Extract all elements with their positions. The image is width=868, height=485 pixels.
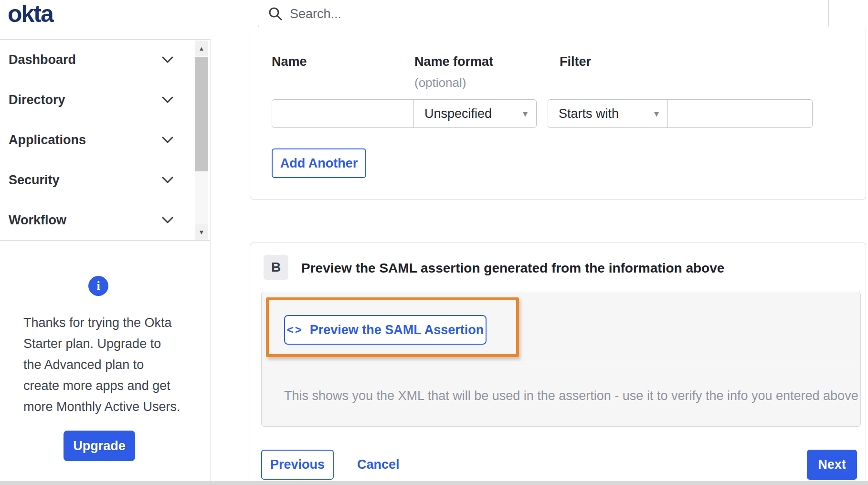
global-search[interactable]	[258, 0, 829, 29]
preview-saml-assertion-button[interactable]: <> Preview the SAML Assertion	[284, 315, 487, 345]
name-format-selected-value: Unspecified	[424, 106, 492, 121]
info-icon: i	[88, 276, 108, 296]
sidebar: Dashboard Directory Applications Securit…	[0, 39, 211, 485]
sidebar-item-label: Applications	[9, 133, 86, 148]
preview-description: This shows you the XML that will be used…	[284, 389, 858, 403]
sidebar-item-directory[interactable]: Directory	[0, 80, 210, 120]
panel-divider	[262, 365, 860, 365]
sidebar-item-applications[interactable]: Applications	[0, 120, 210, 160]
filter-type-selected-value: Starts with	[559, 106, 619, 121]
filter-column-label: Filter	[560, 54, 591, 69]
upgrade-button[interactable]: Upgrade	[64, 431, 135, 461]
scrollbar-thumb[interactable]	[195, 57, 208, 171]
name-column-label: Name	[272, 54, 307, 69]
sidebar-item-dashboard[interactable]: Dashboard	[0, 40, 210, 80]
okta-admin-console: okta Dashboard Directory Applica	[0, 0, 868, 485]
filter-value-input[interactable]	[667, 99, 813, 128]
previous-button[interactable]: Previous	[261, 450, 334, 480]
next-button[interactable]: Next	[807, 450, 857, 480]
attribute-statements-card: Name Name format (optional) Filter Unspe…	[250, 27, 866, 200]
sidebar-item-security[interactable]: Security	[0, 160, 210, 200]
bottom-edge-strip	[0, 481, 868, 485]
dropdown-arrow-icon: ▾	[523, 108, 528, 119]
preview-saml-card: B Preview the SAML assertion generated f…	[250, 242, 866, 485]
upgrade-panel: i Thanks for trying the Okta Starter pla…	[0, 241, 210, 461]
sidebar-item-label: Workflow	[9, 213, 66, 228]
name-format-optional-label: (optional)	[414, 75, 466, 90]
search-icon	[268, 6, 283, 21]
sidebar-item-label: Dashboard	[9, 53, 76, 67]
step-b-badge: B	[264, 255, 288, 280]
scroll-down-icon[interactable]: ▼	[195, 224, 208, 240]
name-format-column-label: Name format	[414, 54, 493, 69]
code-icon: <>	[287, 323, 303, 337]
attribute-name-input[interactable]	[272, 99, 414, 128]
chevron-down-icon	[161, 96, 174, 104]
filter-type-select[interactable]: Starts with ▾	[548, 99, 668, 128]
chevron-down-icon	[161, 176, 174, 184]
preview-section-heading: Preview the SAML assertion generated fro…	[301, 261, 724, 276]
okta-logo: okta	[8, 0, 53, 28]
sidebar-item-label: Security	[9, 173, 60, 188]
sidebar-scrollbar[interactable]: ▲ ▼	[195, 41, 208, 240]
chevron-down-icon	[161, 56, 174, 63]
sidebar-item-workflow[interactable]: Workflow	[0, 200, 210, 240]
chevron-down-icon	[161, 136, 174, 144]
search-input[interactable]	[290, 7, 720, 21]
add-another-button[interactable]: Add Another	[272, 148, 366, 178]
chevron-down-icon	[161, 216, 174, 224]
sidebar-item-label: Directory	[9, 93, 65, 107]
name-format-select[interactable]: Unspecified ▾	[413, 99, 537, 128]
preview-button-label: Preview the SAML Assertion	[310, 323, 484, 337]
sidebar-nav: Dashboard Directory Applications Securit…	[0, 40, 210, 241]
dropdown-arrow-icon: ▾	[654, 108, 659, 119]
cancel-link[interactable]: Cancel	[357, 450, 400, 480]
upgrade-message: Thanks for trying the Okta Starter plan.…	[23, 312, 182, 417]
scroll-up-icon[interactable]: ▲	[195, 41, 208, 56]
preview-panel: <> Preview the SAML Assertion This shows…	[261, 292, 861, 427]
